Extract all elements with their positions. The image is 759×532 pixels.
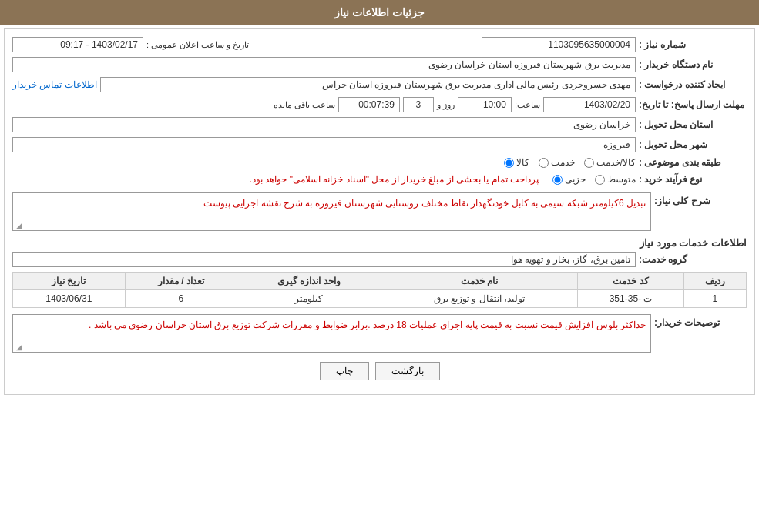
description-label: شرح کلی نیاز:: [654, 196, 710, 206]
category-radio-khadamat[interactable]: [539, 158, 549, 168]
table-header-qty: تعداد / مقدار: [125, 273, 237, 290]
process-radio-group: متوسط جزیی: [552, 174, 636, 185]
process-note: پرداخت تمام یا بخشی از مبلغ خریدار از مح…: [247, 172, 542, 186]
reply-time-label: ساعت:: [515, 100, 540, 110]
need-number-label: شماره نیاز :: [639, 39, 686, 50]
need-number-value: 1103095635000004: [482, 37, 636, 52]
table-cell-qty: 6: [125, 290, 237, 308]
service-group-row: گروه خدمت: تامین برق، گاز، بخار و تهویه …: [12, 252, 747, 267]
print-button[interactable]: چاپ: [320, 362, 369, 380]
table-cell-unit: کیلومتر: [237, 290, 381, 308]
buyer-org-label: نام دستگاه خریدار :: [639, 59, 713, 70]
city-label: شهر محل تحویل :: [639, 139, 707, 150]
buyer-notes-value: حداکثر بلوس افزایش قیمت نسبت به قیمت پای…: [12, 314, 651, 353]
table-row: 1ت -35-351تولید، انتقال و توزیع برقکیلوم…: [13, 290, 747, 308]
table-cell-code: ت -35-351: [578, 290, 683, 308]
page-header: جزئیات اطلاعات نیاز: [0, 0, 759, 25]
description-value: تبدیل 6کیلومتر شبکه سیمی به کابل خودنگهد…: [12, 192, 651, 231]
creator-value: مهدی حسروجردی رئیس مالی اداری مدیریت برق…: [100, 77, 636, 92]
buyer-notes-resize-handle[interactable]: ◢: [15, 343, 22, 350]
back-button[interactable]: بازگشت: [375, 362, 440, 380]
table-header-row-num: ردیف: [683, 273, 746, 290]
table-header-name: نام خدمت: [381, 273, 578, 290]
reply-time-value: 10:00: [458, 97, 512, 112]
process-label: نوع فرآیند خرید :: [639, 174, 702, 185]
category-option-label-kala: کالا: [516, 157, 529, 168]
buyer-org-row: نام دستگاه خریدار : مدیریت برق شهرستان ف…: [12, 57, 747, 72]
services-section-title: اطلاعات خدمات مورد نیاز: [12, 237, 747, 249]
process-option-label-jozi: جزیی: [565, 174, 586, 185]
resize-handle[interactable]: ◢: [15, 221, 22, 229]
category-option-kala-khadamat[interactable]: کالا/خدمت: [584, 157, 636, 168]
category-option-label-khadamat: خدمت: [551, 157, 575, 168]
reply-deadline-label: مهلت ارسال پاسخ: تا تاریخ:: [639, 99, 744, 110]
category-option-label-kala-khadamat: کالا/خدمت: [596, 157, 636, 168]
province-value: خراسان رضوی: [12, 117, 636, 132]
announce-datetime-value: 1403/02/17 - 09:17: [12, 37, 143, 52]
creator-link[interactable]: اطلاعات تماس خریدار: [12, 79, 97, 90]
buyer-notes-section-row: توصیحات خریدار: حداکثر بلوس افزایش قیمت …: [12, 314, 747, 353]
action-buttons: بازگشت چاپ: [12, 362, 747, 380]
remaining-value: 00:07:39: [338, 97, 400, 112]
process-radio-motawaset[interactable]: [595, 175, 605, 185]
category-radio-kala-khadamat[interactable]: [584, 158, 594, 168]
table-cell-date: 1403/06/31: [13, 290, 126, 308]
creator-row: ایجاد کننده درخواست : مهدی حسروجردی رئیس…: [12, 77, 747, 92]
service-group-value: تامین برق، گاز، بخار و تهویه هوا: [12, 252, 636, 267]
process-option-jozi[interactable]: جزیی: [552, 174, 586, 185]
table-header-unit: واحد اندازه گیری: [237, 273, 381, 290]
remaining-label: ساعت باقی مانده: [274, 100, 335, 110]
table-header-code: کد خدمت: [578, 273, 683, 290]
announce-datetime-label: تاریخ و ساعت اعلان عمومی :: [146, 40, 249, 50]
process-option-motawaset[interactable]: متوسط: [595, 174, 636, 185]
buyer-org-value: مدیریت برق شهرستان فیروزه استان خراسان ر…: [12, 57, 636, 72]
category-option-khadamat[interactable]: خدمت: [539, 157, 575, 168]
table-header-row: ردیف کد خدمت نام خدمت واحد اندازه گیری ت…: [13, 273, 747, 290]
reply-deadline-row: مهلت ارسال پاسخ: تا تاریخ: 1403/02/20 سا…: [12, 97, 747, 112]
reply-days-value: 3: [403, 97, 434, 112]
reply-date-value: 1403/02/20: [543, 97, 636, 112]
category-row: طبقه بندی موضوعی : کالا/خدمت خدمت کالا: [12, 157, 747, 168]
category-radio-kala[interactable]: [504, 158, 514, 168]
table-header-date: تاریخ نیاز: [13, 273, 126, 290]
process-radio-jozi[interactable]: [552, 175, 563, 185]
buyer-notes-label: توصیحات خریدار:: [654, 317, 720, 328]
creator-label: ایجاد کننده درخواست :: [639, 79, 725, 90]
services-table: ردیف کد خدمت نام خدمت واحد اندازه گیری ت…: [12, 272, 747, 308]
province-label: استان محل تحویل :: [639, 119, 713, 130]
city-value: فیروزه: [12, 137, 636, 152]
process-option-label-motawaset: متوسط: [607, 174, 636, 185]
province-row: استان محل تحویل : خراسان رضوی: [12, 117, 747, 132]
need-number-row: شماره نیاز : 1103095635000004 تاریخ و سا…: [12, 37, 747, 52]
service-group-label: گروه خدمت:: [639, 254, 687, 265]
process-row: نوع فرآیند خرید : متوسط جزیی پرداخت تمام…: [12, 172, 747, 186]
table-cell-row: 1: [683, 290, 746, 308]
description-section-row: شرح کلی نیاز: تبدیل 6کیلومتر شبکه سیمی ب…: [12, 192, 747, 231]
reply-days-label: روز و: [437, 100, 455, 110]
category-label: طبقه بندی موضوعی :: [639, 157, 721, 168]
city-row: شهر محل تحویل : فیروزه: [12, 137, 747, 152]
category-option-kala[interactable]: کالا: [504, 157, 529, 168]
category-radio-group: کالا/خدمت خدمت کالا: [504, 157, 636, 168]
table-cell-name: تولید، انتقال و توزیع برق: [381, 290, 578, 308]
page-title: جزئیات اطلاعات نیاز: [334, 6, 425, 18]
